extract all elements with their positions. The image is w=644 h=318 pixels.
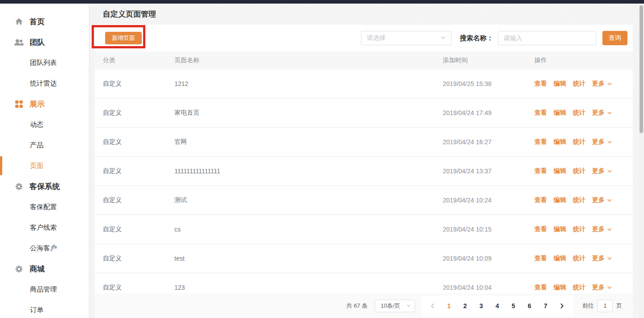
view-link[interactable]: 查看 [534,109,547,117]
sidebar-item-display[interactable]: 展示 [0,94,89,114]
pagination-bar: 共 67 条 10条/页 1 2 3 4 5 6 7 前往 页 [95,293,633,318]
page-number[interactable]: 2 [458,300,472,312]
query-button[interactable]: 查询 [602,31,627,45]
sidebar-item-customer-care-system[interactable]: 客保系统 [0,176,89,197]
more-link[interactable]: 更多 [592,109,612,117]
more-link[interactable]: 更多 [592,254,612,262]
more-link[interactable]: 更多 [592,167,612,175]
column-header-actions: 操作 [534,56,633,64]
view-link[interactable]: 查看 [534,167,547,175]
row-actions: 查看 编辑 统计 更多 [534,196,633,204]
more-link-label: 更多 [592,138,605,146]
chevron-down-icon [607,110,612,116]
stats-link[interactable]: 统计 [573,167,585,175]
cell-add-time: 2019/04/24 10:24 [443,197,534,204]
page-number[interactable]: 7 [538,300,553,312]
view-link[interactable]: 查看 [534,225,547,233]
scrollbar-track[interactable] [639,4,644,318]
edit-link[interactable]: 编辑 [554,167,566,175]
cell-category: 自定义 [103,109,174,117]
sidebar-item-customer-leads[interactable]: 客户线索 [0,217,89,238]
stats-link[interactable]: 统计 [573,80,585,88]
cell-page-name: 官网 [174,138,443,146]
view-link[interactable]: 查看 [534,254,547,262]
cell-category: 自定义 [103,138,174,146]
more-link[interactable]: 更多 [592,196,612,204]
sidebar-item-dynamics[interactable]: 动态 [0,114,89,135]
sidebar-item-team[interactable]: 团队 [0,32,89,52]
cell-category: 自定义 [103,80,174,88]
grid-icon [14,99,24,108]
page-number[interactable]: 4 [490,300,504,312]
edit-link[interactable]: 编辑 [554,254,566,262]
sidebar-item-label: 统计雷达 [30,79,57,88]
home-icon [14,17,24,26]
stats-link[interactable]: 统计 [573,138,585,146]
edit-link[interactable]: 编辑 [554,138,566,146]
view-link[interactable]: 查看 [534,80,547,88]
sidebar-item-stats-radar[interactable]: 统计雷达 [0,73,89,94]
more-link-label: 更多 [592,284,605,292]
stats-link[interactable]: 统计 [573,225,585,233]
more-link[interactable]: 更多 [592,138,612,146]
row-actions: 查看 编辑 统计 更多 [534,167,633,175]
page-size-value: 10条/页 [381,302,406,310]
stats-link[interactable]: 统计 [573,284,585,292]
chevron-down-icon [607,198,612,203]
more-link[interactable]: 更多 [592,225,612,233]
view-link[interactable]: 查看 [534,284,547,292]
stats-link[interactable]: 统计 [573,254,585,262]
view-link[interactable]: 查看 [534,196,547,204]
chevron-down-icon [607,285,612,290]
add-page-button[interactable]: 新增页面 [105,32,142,44]
more-link[interactable]: 更多 [592,80,612,88]
sidebar-item-label: 团队 [30,37,45,47]
edit-link[interactable]: 编辑 [554,109,566,117]
page-size-select[interactable]: 10条/页 [375,300,415,312]
sidebar-item-mall[interactable]: 商城 [0,258,89,279]
page-number[interactable]: 1 [442,300,456,312]
more-link-label: 更多 [592,80,605,88]
edit-link[interactable]: 编辑 [554,225,566,233]
category-select[interactable]: 请选择 [361,31,452,45]
stats-link[interactable]: 统计 [573,196,585,204]
sidebar-item-care-config[interactable]: 客保配置 [0,197,89,217]
page-number[interactable]: 6 [522,300,537,312]
cell-category: 自定义 [103,196,174,204]
sidebar-item-team-list[interactable]: 团队列表 [0,52,89,73]
table-row: 自定义 111111111111111 2019/04/24 13:37 查看 … [95,157,633,186]
sidebar-item-goods-management[interactable]: 商品管理 [0,279,89,300]
sidebar-item-public-customers[interactable]: 公海客户 [0,238,89,258]
sidebar-item-products[interactable]: 产品 [0,135,89,155]
stats-link[interactable]: 统计 [573,109,585,117]
edit-link[interactable]: 编辑 [554,196,566,204]
cell-add-time: 2019/04/24 17:49 [443,109,534,116]
prev-page-icon[interactable] [426,300,440,312]
goto-page-group: 前往 页 [582,300,622,312]
goto-page-input[interactable] [597,300,613,312]
view-link[interactable]: 查看 [534,138,547,146]
sidebar-item-label: 首页 [30,17,45,27]
sidebar-item-home[interactable]: 首页 [0,11,89,32]
search-input[interactable] [498,31,596,45]
toolbar-filters: 请选择 搜索名称： 查询 [361,31,627,45]
edit-link[interactable]: 编辑 [554,284,566,292]
sidebar-item-orders[interactable]: 订单 [0,300,89,318]
sidebar-item-label: 客保配置 [30,203,57,211]
search-name-label: 搜索名称： [460,34,493,43]
table-row: 自定义 test 2019/04/24 10:09 查看 编辑 统计 更多 [95,244,633,273]
cell-add-time: 2019/04/24 10:04 [443,284,534,291]
page-number[interactable]: 5 [506,300,521,312]
sidebar-item-pages[interactable]: 页面 [0,155,89,176]
goto-suffix: 页 [616,302,622,310]
table-header: 分类 页面名称 添加时间 操作 [95,52,633,69]
column-header-page-name: 页面名称 [174,56,443,64]
more-link[interactable]: 更多 [592,284,612,292]
next-page-icon[interactable] [555,300,569,312]
scrollbar-thumb[interactable] [640,5,643,133]
page-title: 自定义页面管理 [89,4,644,25]
edit-link[interactable]: 编辑 [554,80,566,88]
more-link-label: 更多 [592,196,605,204]
page-number[interactable]: 3 [474,300,488,312]
chevron-down-icon [607,139,612,145]
